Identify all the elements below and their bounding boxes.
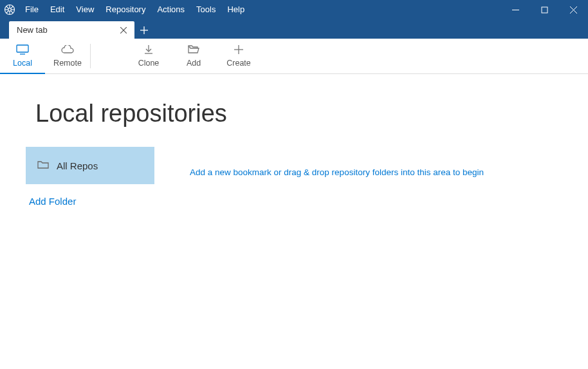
window-controls [501, 0, 588, 19]
toolbar-add-button[interactable]: Add [171, 39, 216, 74]
empty-hint: Add a new bookmark or drag & drop reposi… [190, 147, 484, 177]
all-repos-label: All Repos [57, 160, 98, 171]
titlebar: File Edit View Repository Actions Tools … [0, 0, 588, 19]
new-tab-button[interactable] [134, 21, 154, 39]
tabbar: New tab [0, 19, 588, 39]
toolbar-remote-label: Remote [53, 59, 82, 68]
close-button[interactable] [559, 0, 588, 19]
content-row: All Repos Add Folder Add a new bookmark … [35, 147, 553, 218]
menu-file[interactable]: File [19, 0, 44, 19]
menu-view[interactable]: View [70, 0, 100, 19]
svg-point-1 [8, 8, 12, 12]
toolbar-remote-button[interactable]: Remote [45, 39, 90, 74]
tab-new[interactable]: New tab [9, 21, 134, 39]
menubar: File Edit View Repository Actions Tools … [19, 0, 250, 19]
folder-open-icon [188, 44, 199, 55]
menu-repository[interactable]: Repository [100, 0, 151, 19]
svg-line-9 [11, 6, 13, 8]
plus-icon [234, 44, 243, 55]
download-icon [143, 44, 154, 55]
toolbar-create-label: Create [226, 59, 251, 68]
svg-rect-11 [542, 7, 547, 13]
add-folder-link[interactable]: Add Folder [26, 184, 154, 218]
toolbar-clone-label: Clone [138, 59, 160, 68]
toolbar-local-button[interactable]: Local [0, 39, 45, 74]
menu-edit[interactable]: Edit [44, 0, 70, 19]
minimize-button[interactable] [501, 0, 530, 19]
svg-line-6 [6, 6, 8, 8]
page-title: Local repositories [35, 100, 553, 128]
menu-actions[interactable]: Actions [151, 0, 190, 19]
menu-tools[interactable]: Tools [190, 0, 221, 19]
toolbar-create-button[interactable]: Create [216, 39, 261, 74]
main-content: Local repositories All Repos Add Folder … [0, 74, 588, 244]
toolbar-local-label: Local [13, 59, 32, 68]
tab-label: New tab [17, 25, 118, 35]
tab-close-icon[interactable] [118, 24, 129, 36]
toolbar: Local Remote Clone Add [0, 39, 588, 74]
toolbar-clone-button[interactable]: Clone [126, 39, 171, 74]
maximize-button[interactable] [530, 0, 559, 19]
svg-line-7 [11, 11, 13, 13]
app-logo-icon [0, 0, 19, 19]
folder-icon [37, 160, 49, 171]
toolbar-add-label: Add [187, 59, 201, 68]
svg-line-8 [6, 11, 8, 13]
repo-sidebar: All Repos Add Folder [26, 147, 154, 218]
svg-rect-18 [17, 45, 28, 52]
sidebar-item-all-repos[interactable]: All Repos [26, 147, 154, 184]
cloud-icon [60, 44, 75, 55]
menu-help[interactable]: Help [221, 0, 250, 19]
monitor-icon [16, 44, 29, 55]
